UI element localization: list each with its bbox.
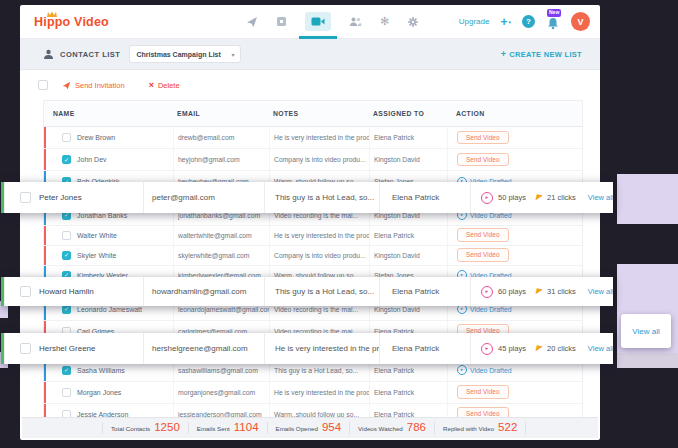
clicks-cursor-icon: ◤ [535, 193, 543, 202]
contact-email: waltertwhite@gmail.com [173, 226, 269, 245]
contact-assigned: Elena Patrick [379, 277, 470, 306]
tab-library[interactable] [267, 5, 296, 38]
name-cell: Walter White [44, 226, 173, 245]
tab-send[interactable] [237, 5, 267, 38]
row-checkbox[interactable]: ✓ [62, 155, 71, 164]
add-new-button[interactable]: +▾ [500, 15, 511, 29]
row-checkbox[interactable] [62, 388, 71, 397]
play-circle-icon: ▸ [457, 365, 467, 375]
send-invitation-label: Send Invitation [75, 81, 125, 90]
name-cell: Drew Brown [44, 127, 173, 148]
view-all-popover[interactable]: View all [621, 314, 671, 348]
user-avatar[interactable]: V [571, 12, 590, 31]
footer-stat-label: Emails Opened [276, 425, 318, 432]
table-row[interactable]: Drew Browndrewb@email.comHe is very inte… [44, 127, 582, 149]
column-header: NOTES [269, 110, 369, 117]
contact-assigned: Elena Patrick [379, 182, 470, 213]
row-checkbox[interactable]: ✓ [62, 366, 71, 375]
paper-plane-icon [62, 81, 71, 90]
nav-right-group: Upgrade +▾ ? New V [459, 12, 590, 31]
table-row-popped[interactable]: Hershel Greenehershelgreene@gmail.comHe … [1, 333, 613, 364]
video-drafted-label: Video Drafted [470, 306, 511, 313]
send-video-button[interactable]: Send Video [457, 153, 509, 167]
send-video-button[interactable]: Send Video [457, 131, 509, 145]
table-row-popped[interactable]: Howard Hamlinhowardhamlin@gmail.comThis … [1, 277, 613, 306]
send-video-button[interactable]: Send Video [457, 228, 509, 242]
lavender-backdrop-patch [617, 174, 678, 224]
top-navigation-bar: Hippo Video ✻ [20, 5, 600, 39]
active-tab-highlight [305, 12, 331, 31]
tab-videos-active[interactable] [296, 5, 340, 38]
contact-notes: Company is into video produ... [269, 246, 369, 265]
view-all-popover-label[interactable]: View all [632, 327, 659, 336]
row-checkbox[interactable] [62, 231, 71, 240]
select-all-checkbox[interactable] [38, 80, 48, 90]
plays-count: 50 plays [498, 193, 526, 202]
plays-icon: ▸ [481, 343, 493, 355]
footer-stat-label: Replied with Video [443, 425, 494, 432]
column-header: ASSIGNED TO [369, 110, 447, 117]
footer-stat-label: Total Contacts [111, 425, 150, 432]
table-row[interactable]: ✓Skyler Whiteskylerwhite@gmail.comCompan… [44, 246, 582, 266]
delete-button[interactable]: × Delete [149, 81, 180, 90]
column-header: NAME [44, 110, 173, 117]
send-invitation-button[interactable]: Send Invitation [62, 81, 125, 90]
row-checkbox[interactable]: ✓ [62, 251, 71, 260]
row-checkbox[interactable] [20, 343, 31, 354]
logo-crown-icon [46, 11, 58, 17]
view-all-link[interactable]: View all [588, 344, 613, 353]
contact-name: Skyler White [77, 252, 116, 259]
campaign-list-dropdown[interactable]: Christmas Campaign List ▾ [129, 45, 241, 63]
campaign-list-dropdown-value: Christmas Campaign List [136, 51, 220, 58]
send-video-button[interactable]: Send Video [457, 248, 509, 262]
tab-integrations[interactable]: ✻ [371, 5, 398, 38]
contact-email: skylerwhite@gmail.com [173, 246, 269, 265]
plays-count: 60 plays [498, 287, 526, 296]
contact-assigned: Elena Patrick [369, 382, 447, 403]
table-row[interactable]: Walter Whitewaltertwhite@gmail.comHe is … [44, 226, 582, 246]
contact-notes: He is very interested in the prod... [264, 333, 379, 364]
table-row[interactable]: Morgan Jonesmorganjones@gmail.comHe is v… [44, 382, 582, 404]
users-icon [349, 16, 362, 27]
contact-list-users-icon [43, 49, 54, 59]
contact-name: Peter Jones [39, 193, 82, 202]
footer-stat: Total Contacts1250 [102, 422, 188, 434]
contact-notes: He is very interested in the prod... [269, 226, 369, 245]
video-drafted-status: ▸Video Drafted [457, 365, 511, 375]
footer-stat-value: 522 [498, 422, 517, 434]
help-button[interactable]: ? [522, 15, 535, 28]
close-icon: × [149, 81, 154, 90]
plus-icon: + [500, 15, 507, 29]
view-all-link[interactable]: View all [588, 193, 613, 202]
video-camera-icon [311, 16, 325, 27]
table-row[interactable]: ✓John Devheyjohn@gmail.comCompany is int… [44, 149, 582, 171]
name-cell: ✓John Dev [44, 149, 173, 170]
plays-icon: ▸ [481, 192, 493, 204]
contact-list-label: CONTACT LIST [60, 50, 120, 59]
table-row-popped[interactable]: Peter Jonespeter@gmail.comThis guy is a … [1, 182, 613, 213]
row-checkbox[interactable] [20, 192, 31, 203]
view-all-link[interactable]: View all [588, 287, 613, 296]
name-cell: Morgan Jones [44, 382, 173, 403]
caret-down-icon: ▾ [231, 51, 234, 58]
contact-name: Leonardo Jameswatt [77, 306, 142, 313]
create-new-list-label: CREATE NEW LIST [509, 50, 582, 59]
notifications-bell[interactable]: New [546, 14, 560, 30]
send-video-button[interactable]: Send Video [457, 385, 509, 399]
upgrade-link[interactable]: Upgrade [459, 17, 490, 26]
hippo-video-logo[interactable]: Hippo Video [34, 15, 109, 29]
clicks-count: 21 clicks [547, 193, 576, 202]
tab-contacts[interactable] [340, 5, 371, 38]
stats-footer: Total Contacts1250Emails Sent1104Emails … [22, 417, 598, 438]
row-checkbox[interactable] [20, 286, 31, 297]
screenshot-stage: View all Hippo Video [0, 0, 678, 448]
action-cell: ▸50 plays◤21 clicksView all [470, 182, 613, 213]
clicks-count: 20 clicks [547, 344, 576, 353]
create-new-list-button[interactable]: + CREATE NEW LIST [501, 49, 582, 59]
action-cell: Send Video [447, 149, 582, 170]
contact-email: drewb@email.com [173, 127, 269, 148]
row-checkbox[interactable] [62, 133, 71, 142]
tab-settings[interactable] [398, 5, 428, 38]
contact-list-bar: CONTACT LIST Christmas Campaign List ▾ +… [20, 39, 600, 70]
contact-name: Sasha Williams [77, 367, 125, 374]
